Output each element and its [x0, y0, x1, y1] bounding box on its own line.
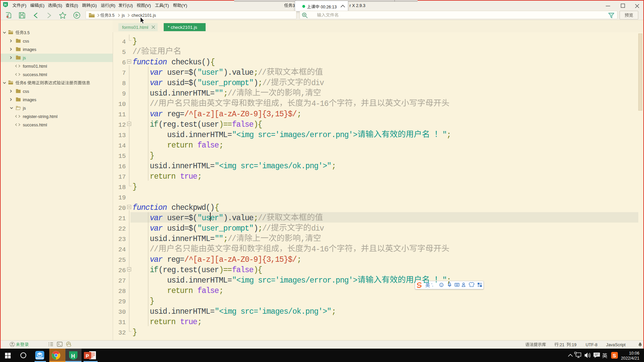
svg-text:js: js: [121, 13, 125, 18]
svg-text:;: ;: [297, 110, 302, 119]
svg-text:(R): (R): [109, 3, 115, 8]
svg-text:;: ;: [447, 131, 451, 139]
svg-text:15: 15: [118, 153, 126, 160]
svg-text:css: css: [23, 39, 29, 44]
svg-text:',: ',: [431, 283, 433, 287]
svg-text:checkpwd(): checkpwd(): [171, 203, 215, 212]
svg-text://: //: [262, 79, 271, 87]
svg-text:13: 13: [118, 132, 126, 139]
svg-text:}: }: [150, 152, 155, 160]
svg-text:8: 8: [122, 80, 126, 87]
svg-text:)==: )==: [219, 120, 232, 129]
svg-text:10: 10: [118, 101, 126, 108]
svg-text:(S): (S): [56, 3, 62, 8]
svg-text:forms01.html: forms01.html: [122, 25, 148, 30]
svg-text:29: 29: [118, 298, 126, 305]
svg-text://: //: [150, 245, 159, 254]
svg-text:user=$(: user=$(: [167, 214, 197, 223]
svg-text:;: ;: [331, 162, 336, 171]
svg-text:(E): (E): [39, 3, 44, 8]
svg-text:images: images: [23, 47, 36, 52]
svg-text:JavaScript: JavaScript: [606, 343, 626, 347]
svg-text::21: :21: [558, 343, 564, 347]
svg-text:;: ;: [254, 214, 258, 223]
svg-text:"<img src='images/ok.png'>": "<img src='images/ok.png'>": [215, 162, 331, 171]
svg-text:checkus(): checkus(): [171, 58, 210, 67]
svg-text:function: function: [132, 203, 167, 212]
svg-text:usid=$(: usid=$(: [167, 224, 197, 233]
svg-text:;: ;: [297, 255, 302, 264]
svg-text:00:26:13: 00:26:13: [321, 5, 337, 9]
svg-text:register-string.html: register-string.html: [23, 114, 58, 119]
svg-text:var: var: [150, 110, 163, 119]
svg-text:22: 22: [118, 226, 126, 233]
svg-text:"<img src='images/error.png'>: "<img src='images/error.png'>: [232, 276, 358, 285]
svg-text:usid.innerHTML=: usid.innerHTML=: [150, 89, 215, 98]
svg-text:"user_prompt": "user_prompt": [198, 224, 254, 233]
svg-text:){: ){: [254, 120, 262, 129]
svg-text:/^[a-z][a-zA-Z0-9]{3,15}$/: /^[a-z][a-zA-Z0-9]{3,15}$/: [184, 110, 297, 119]
svg-text://: //: [132, 48, 141, 56]
svg-text:success.html: success.html: [23, 72, 47, 77]
svg-text:14: 14: [118, 142, 126, 149]
svg-text:success.html: success.html: [23, 123, 47, 127]
svg-text:): ): [254, 79, 258, 87]
svg-text:div: div: [311, 224, 324, 233]
svg-text:20: 20: [118, 205, 126, 212]
svg-text:false: false: [232, 266, 254, 275]
svg-text:5: 5: [122, 49, 126, 56]
svg-text:;: ;: [219, 141, 224, 150]
svg-text:32: 32: [118, 329, 126, 337]
svg-text:usid.innerHTML=: usid.innerHTML=: [150, 235, 215, 243]
svg-text:forms01.html: forms01.html: [23, 64, 47, 69]
svg-text:;: ;: [258, 224, 263, 233]
svg-text:usid.innerHTML=: usid.innerHTML=: [167, 131, 232, 139]
svg-text://: //: [150, 100, 159, 108]
svg-text:}: }: [132, 328, 137, 337]
svg-text:7: 7: [122, 70, 126, 77]
svg-text:div: div: [311, 79, 324, 87]
svg-text:;: ;: [258, 79, 263, 87]
svg-text:var: var: [150, 224, 163, 233]
svg-text:26: 26: [118, 267, 126, 274]
svg-text:4-16: 4-16: [311, 100, 329, 108]
svg-text:if: if: [150, 266, 159, 275]
svg-text:{: {: [215, 203, 219, 212]
svg-text:6: 6: [122, 59, 126, 66]
svg-text:;: ;: [219, 287, 224, 295]
svg-text:var: var: [150, 214, 163, 223]
svg-text:,: ,: [301, 89, 306, 98]
svg-text:css: css: [23, 89, 29, 94]
svg-text:/^[a-z][a-zA-Z0-9]{3,15}$/: /^[a-z][a-zA-Z0-9]{3,15}$/: [184, 255, 297, 264]
svg-text://: //: [258, 68, 267, 77]
svg-text:,: ,: [301, 235, 306, 243]
svg-text:12: 12: [118, 122, 126, 129]
svg-text:4-16: 4-16: [311, 245, 329, 254]
svg-text:S: S: [613, 353, 616, 358]
svg-text:true: true: [180, 172, 198, 181]
svg-text:;: ;: [254, 68, 258, 77]
svg-text:return: return: [167, 141, 193, 150]
svg-text:18: 18: [118, 184, 126, 191]
svg-text:usid.innerHTML=: usid.innerHTML=: [150, 162, 215, 171]
svg-text:H: H: [71, 353, 75, 359]
svg-text:(F): (F): [21, 3, 26, 8]
svg-text:3.5: 3.5: [24, 31, 30, 35]
svg-text:if: if: [150, 120, 159, 129]
svg-text:false: false: [198, 141, 219, 150]
svg-text:js: js: [22, 56, 26, 60]
svg-text:3.5: 3.5: [109, 13, 114, 18]
svg-text:user=$(: user=$(: [167, 68, 197, 77]
svg-text:).value: ).value: [223, 214, 254, 223]
svg-text:6: 6: [24, 81, 26, 85]
svg-text:;: ;: [198, 172, 202, 181]
svg-text:(G): (G): [91, 3, 97, 8]
svg-text:(V): (V): [145, 3, 151, 8]
svg-text:(reg.test(user: (reg.test(user: [158, 120, 219, 129]
svg-text:(reg.test(user: (reg.test(user: [158, 266, 219, 275]
svg-text:false: false: [232, 120, 254, 129]
svg-text:}: }: [132, 37, 137, 46]
svg-text:"": "": [215, 235, 223, 243]
svg-text:images: images: [23, 98, 36, 102]
svg-text:).value: ).value: [223, 68, 254, 77]
